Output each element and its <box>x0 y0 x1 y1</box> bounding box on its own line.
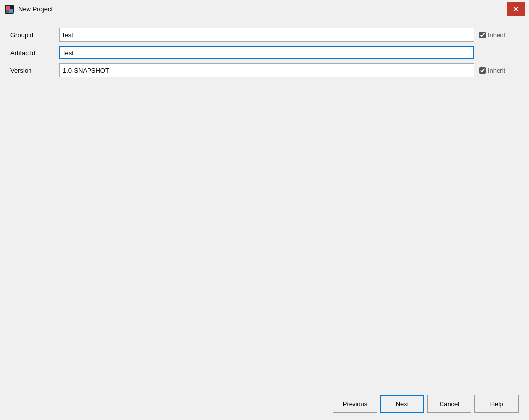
title-bar-left: New Project <box>4 4 53 14</box>
groupid-inherit-label: Inherit <box>488 31 505 39</box>
version-inherit-checkbox[interactable] <box>479 67 486 74</box>
cancel-label: Cancel <box>440 400 459 408</box>
form-area: GroupId Inherit ArtifactId Version <box>10 28 519 77</box>
next-label: Next <box>396 400 409 408</box>
version-row: Version Inherit <box>10 63 519 77</box>
previous-label: Previous <box>343 400 368 408</box>
previous-button[interactable]: Previous <box>333 395 377 413</box>
next-button[interactable]: Next <box>380 395 424 413</box>
artifactid-row: ArtifactId <box>10 46 519 59</box>
content-area: GroupId Inherit ArtifactId Version <box>0 18 529 390</box>
groupid-row: GroupId Inherit <box>10 28 519 42</box>
close-button[interactable]: ✕ <box>507 2 525 16</box>
artifactid-label: ArtifactId <box>10 49 55 56</box>
title-bar: New Project ✕ <box>0 0 529 18</box>
groupid-inherit-container: Inherit <box>479 31 519 39</box>
groupid-label: GroupId <box>10 31 55 39</box>
groupid-inherit-checkbox[interactable] <box>479 32 486 38</box>
version-input[interactable] <box>59 63 474 77</box>
version-inherit-label: Inherit <box>488 67 505 74</box>
new-project-window: New Project ✕ GroupId Inherit ArtifactId <box>0 0 529 420</box>
version-label: Version <box>10 67 55 74</box>
artifactid-input[interactable] <box>59 46 474 59</box>
version-inherit-container: Inherit <box>479 67 519 74</box>
svg-rect-2 <box>9 9 13 13</box>
help-label: Help <box>490 400 503 408</box>
cancel-button[interactable]: Cancel <box>427 395 471 413</box>
svg-rect-3 <box>6 10 9 13</box>
help-button[interactable]: Help <box>474 395 519 413</box>
footer: Previous Next Cancel Help <box>0 390 529 420</box>
app-icon <box>4 4 14 14</box>
groupid-input[interactable] <box>59 28 474 42</box>
window-title: New Project <box>18 5 53 13</box>
